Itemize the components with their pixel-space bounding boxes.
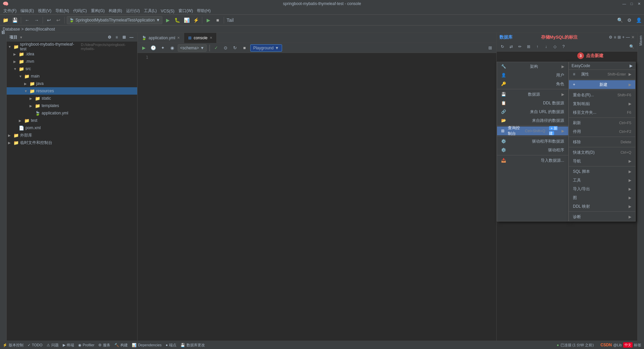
db-close-icon[interactable]: ✕ [631,35,635,40]
menu-file[interactable]: 文件(F) [1,7,18,14]
status-endpoints[interactable]: ● 端点 [166,343,177,348]
db-export-btn[interactable]: ↑ [534,43,541,50]
tree-item-pom[interactable]: ▶ 📄 pom.xml [7,124,137,132]
status-dbchanges[interactable]: 💾 数据库更改 [180,343,205,348]
run-config-dropdown[interactable]: 🍃 SpringbootMybatisThymeleafTestApplicat… [67,16,162,24]
menu-vcs[interactable]: VCS(S) [159,8,176,14]
db-refresh-btn[interactable]: ↻ [499,43,506,50]
ctx-architecture[interactable]: 🔧 架构 ▶ [497,62,568,71]
debug-btn[interactable]: 🐛 [173,16,181,24]
menu-help[interactable]: 帮助(H) [195,7,213,14]
menu-navigate[interactable]: 导航(N) [53,7,71,14]
tree-item-test[interactable]: ▶ 📁 test [7,117,137,124]
save-btn[interactable]: 💾 [11,16,19,24]
console-run-btn[interactable]: ▶ [140,44,148,52]
play-btn-2[interactable]: ▶ [204,16,212,24]
tree-item-root[interactable]: ▼ 📁 springboot-mybatis-thymeleaf-test D:… [7,43,137,50]
menu-refactor[interactable]: 重构(G) [89,7,107,14]
new-new-item[interactable]: + 新建 ▶ [569,80,635,89]
editor-text[interactable] [151,53,496,341]
tab-console[interactable]: ⊞ console ✕ [184,33,216,43]
new-shortcut[interactable]: 快速文档(D) Ctrl+Q [569,148,635,157]
ctx-path-datasource[interactable]: 📂 来自路径的数据源 [497,116,568,125]
tree-item-resources[interactable]: ▼ 📁 resources [7,87,137,95]
ctx-user[interactable]: 👤 用户 [497,71,568,80]
db-sync-btn[interactable]: ⇄ [507,43,515,50]
db-help-btn[interactable]: ? [560,43,567,50]
db-settings-icon[interactable]: ⚙ [609,35,612,40]
database-breadcrumb[interactable]: Database [3,27,20,32]
status-problems[interactable]: ⚠ 问题 [47,343,59,348]
menu-tools[interactable]: 工具(L) [142,7,159,14]
new-navigate[interactable]: 导航 ▶ [569,157,635,165]
db-sort-icon[interactable]: ≡ [614,35,616,40]
new-refresh[interactable]: 刷新 Ctrl+F5 [569,118,635,127]
menu-edit[interactable]: 编辑(E) [18,7,36,14]
tree-item-main[interactable]: ▼ 📁 main [7,72,137,80]
tree-item-mvn[interactable]: ▶ 📁 .mvn [7,58,137,65]
db-filter-btn[interactable]: 🔍 [628,43,635,50]
new-rename[interactable]: 重命名(R)... Shift+F6 [569,91,635,99]
forward-btn[interactable]: → [33,16,41,24]
tree-item-external[interactable]: ▶ 📁 外部库 [7,132,137,139]
stop-btn[interactable]: ■ [214,16,222,24]
ctx-datasource[interactable]: 💾 数据源 ▶ [497,90,568,99]
status-services[interactable]: ⚙ 服务 [98,343,110,348]
menu-build[interactable]: 构建(B) [107,7,124,14]
ctx-role[interactable]: 🔑 角色 [497,80,568,88]
back-btn[interactable]: ← [23,16,31,24]
tail-btn[interactable]: Tail [226,16,234,24]
tree-item-idea[interactable]: ▶ 📁 .idea [7,50,137,58]
playground-btn[interactable]: Playground ▼ [250,44,282,52]
coverage-btn[interactable]: 📊 [182,16,191,24]
open-file-btn[interactable]: 📁 [1,16,9,24]
tab-yml[interactable]: 🍃 application.yml ✕ [138,33,184,43]
console-check-btn[interactable]: ✓ [213,44,220,52]
db-edit-btn[interactable]: ✏ [516,43,524,50]
db-table-btn[interactable]: ⊞ [525,43,532,50]
new-diagram[interactable]: 图 ▶ [569,193,635,202]
ctx-import-datasource[interactable]: 📥 导入数据源... [497,156,568,165]
run-btn[interactable]: ▶ [164,16,172,24]
undo-btn[interactable]: ↩ [45,16,53,24]
db-diagram-btn[interactable]: ◇ [551,43,558,50]
ctx-url-datasource[interactable]: 🔗 来自 URL 的数据源 [497,107,568,116]
ctx-query-console[interactable]: ⊞ 查询控制台 Ctrl+Shift+Q + 新建 ▶ [497,127,568,135]
new-moveto[interactable]: 移至文件夹... F6 [569,108,635,117]
db-store-btn[interactable]: 存储MySQL的标注 [541,34,578,40]
tree-item-src[interactable]: ▼ 📁 src [7,65,137,72]
new-sqlscript[interactable]: SQL 脚本 ▶ [569,167,635,176]
db-minus-icon[interactable]: — [626,35,630,40]
menu-run[interactable]: 运行(U) [124,7,142,14]
status-terminal[interactable]: ▶ 终端 [63,343,74,348]
menu-code[interactable]: 代码(C) [71,7,89,14]
tree-item-templates[interactable]: ▶ 📁 templates [7,102,137,109]
new-property[interactable]: ≡ 属性 Shift+Enter ▶ [569,70,635,79]
new-ddlmap[interactable]: DDL 映射 ▶ [569,202,635,211]
project-sidebar-tab[interactable]: 项目 [1,34,6,40]
minimize-button[interactable]: — [622,1,627,6]
menu-view[interactable]: 视图(V) [36,7,53,14]
console-stop-btn[interactable]: ■ [241,44,248,52]
console-target2-btn[interactable]: ⊙ [222,44,229,52]
tree-item-appyml[interactable]: ▶ 🍃 application.yml [7,109,137,117]
settings-btn[interactable]: ⚙ [625,16,633,24]
menu-window[interactable]: 窗口(W) [176,7,195,14]
status-todo[interactable]: ✓ TODO [28,343,43,347]
panel-settings-icon[interactable]: ⚙ [106,34,112,40]
new-copypaste[interactable]: 复制/粘贴 ▶ [569,99,635,108]
status-vcs[interactable]: ⚡ 版本控制 [3,343,23,348]
ctx-ddl[interactable]: 📋 DDL 数据源 [497,99,568,107]
ctx-driver[interactable]: ⚙️ 驱动程序 [497,146,568,154]
console-refresh-btn[interactable]: ↻ [231,44,239,52]
console-table-btn[interactable]: ⊞ [486,44,494,52]
new-importexport[interactable]: 导入/导出 ▶ [569,185,635,193]
panel-sort-icon[interactable]: ≡ [114,34,120,40]
new-diagnose[interactable]: 诊断 ▶ [569,212,635,221]
console-target-btn[interactable]: ◉ [168,44,176,52]
tree-item-static[interactable]: ▶ 📁 static [7,95,137,102]
tab-console-close[interactable]: ✕ [210,36,212,40]
db-import-btn[interactable]: ↓ [542,43,550,50]
db-filter2-icon[interactable]: ⊞ [618,35,621,40]
profile-btn[interactable]: ⚡ [192,16,200,24]
